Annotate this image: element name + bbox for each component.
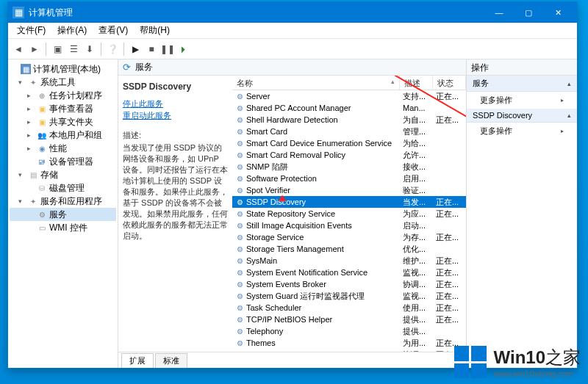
service-desc: 为应... — [400, 209, 433, 220]
service-name: TCP/IP NetBIOS Helper — [246, 315, 332, 324]
service-detail: SSDP Discovery 停止此服务 重启动此服务 描述: 当发现了使用 S… — [118, 76, 232, 352]
gear-icon: ⚙ — [235, 127, 244, 136]
label: 本地用户和组 — [49, 129, 102, 142]
service-name: System Event Notification Service — [246, 268, 368, 277]
maximize-button[interactable]: ▢ — [514, 2, 543, 23]
service-row[interactable]: ⚙SSDP Discovery当发...正在... — [232, 196, 466, 208]
tree-local-users[interactable]: ▸👥本地用户和组 — [10, 128, 116, 142]
service-name: SNMP 陷阱 — [246, 162, 288, 173]
minimize-button[interactable]: — — [484, 2, 514, 23]
stop-icon[interactable]: ■ — [144, 42, 159, 57]
col-name[interactable]: 名称 ▴ — [232, 76, 400, 90]
service-name: Spot Verifier — [246, 186, 290, 195]
tree-shared-folders[interactable]: ▸▣共享文件夹 — [10, 115, 116, 128]
restart-link[interactable]: 重启动此服务 — [123, 109, 228, 121]
menu-view[interactable]: 查看(V) — [93, 23, 134, 38]
export-icon[interactable]: ⬇ — [82, 42, 97, 57]
service-row[interactable]: ⚙Time Broker协调...正在... — [232, 349, 466, 352]
service-row[interactable]: ⚙Still Image Acquisition Events启动... — [232, 220, 466, 231]
menu-file[interactable]: 文件(F) — [11, 23, 51, 38]
tree-wmi[interactable]: ▭WMI 控件 — [10, 221, 116, 234]
service-row[interactable]: ⚙Smart Card Device Enumeration Service为给… — [232, 137, 466, 149]
service-name: System Events Broker — [246, 280, 326, 289]
actions-section-services[interactable]: 服务▴ — [467, 76, 577, 92]
view-tabs: 扩展 标准 — [118, 352, 466, 368]
service-row[interactable]: ⚙System Guard 运行时监视器代理监视...正在... — [232, 290, 466, 302]
gear-icon: ⚙ — [235, 209, 244, 218]
service-row[interactable]: ⚙Smart Card Removal Policy允许... — [232, 149, 466, 161]
titlebar: ▦ 计算机管理 — ▢ ✕ — [8, 2, 577, 23]
label: 系统工具 — [40, 76, 76, 89]
service-name: SysMain — [246, 256, 277, 265]
service-row[interactable]: ⚙Shared PC Account ManagerMan... — [232, 102, 466, 114]
service-name: Shell Hardware Detection — [246, 115, 338, 124]
wm-a: Win10 — [494, 347, 545, 367]
label: 磁盘管理 — [49, 182, 85, 195]
tree-performance[interactable]: ▸◉性能 — [10, 142, 116, 155]
forward-icon[interactable]: ► — [27, 42, 42, 57]
service-row[interactable]: ⚙Server支持...正在... — [232, 90, 466, 102]
services-list[interactable]: 名称 ▴ 描述 状态 ⚙Server支持...正在...⚙Shared PC A… — [232, 76, 466, 352]
service-row[interactable]: ⚙SysMain维护...正在... — [232, 255, 466, 267]
properties-icon[interactable]: ☰ — [66, 42, 81, 57]
service-desc: 使用... — [400, 303, 433, 314]
gear-icon: ⚙ — [235, 151, 244, 159]
separator — [101, 43, 101, 56]
close-button[interactable]: ✕ — [543, 2, 573, 23]
service-status: 正在... — [433, 256, 466, 267]
tree-pane[interactable]: ▦计算机管理(本地) ▾✦系统工具 ▸⊕任务计划程序 ▸▣事件查看器 ▸▣共享文… — [8, 59, 118, 368]
service-row[interactable]: ⚙SNMP 陷阱接收... — [232, 161, 466, 173]
help-icon[interactable]: ❔ — [105, 42, 120, 57]
tree-task-scheduler[interactable]: ▸⊕任务计划程序 — [10, 89, 116, 102]
gear-icon: ⚙ — [235, 233, 244, 242]
tree-services[interactable]: ⚙服务 — [10, 208, 116, 221]
play-icon[interactable]: ▶ — [128, 42, 143, 57]
back-icon[interactable]: ◄ — [11, 42, 26, 57]
menu-help[interactable]: 帮助(H) — [134, 23, 176, 38]
service-desc: 为自... — [400, 115, 433, 126]
service-row[interactable]: ⚙Software Protection启用... — [232, 173, 466, 184]
col-desc[interactable]: 描述 — [400, 76, 433, 90]
service-row[interactable]: ⚙Task Scheduler使用...正在... — [232, 302, 466, 314]
service-row[interactable]: ⚙Themes为用...正在... — [232, 337, 466, 349]
app-icon: ▦ — [12, 7, 24, 18]
up-icon[interactable]: ▣ — [50, 42, 65, 57]
service-row[interactable]: ⚙Smart Card管理... — [232, 126, 466, 137]
service-row[interactable]: ⚙Storage Service为存...正在... — [232, 231, 466, 243]
window-controls: — ▢ ✕ — [484, 2, 573, 23]
tree-disk-mgmt[interactable]: ⛁磁盘管理 — [10, 181, 116, 195]
tree-device-manager[interactable]: 🖳设备管理器 — [10, 155, 116, 168]
service-name: Still Image Acquisition Events — [246, 221, 352, 230]
service-row[interactable]: ⚙System Events Broker协调...正在... — [232, 278, 466, 290]
restart-icon[interactable]: ⏵ — [176, 42, 191, 57]
tree-system-tools[interactable]: ▾✦系统工具 — [10, 76, 116, 89]
stop-link[interactable]: 停止此服务 — [123, 98, 228, 109]
col-status[interactable]: 状态 — [433, 76, 466, 90]
service-row[interactable]: ⚙System Event Notification Service监视...正… — [232, 267, 466, 278]
tab-extended[interactable]: 扩展 — [121, 353, 154, 368]
service-row[interactable]: ⚙TCP/IP NetBIOS Helper提供...正在... — [232, 314, 466, 325]
service-status: 正在... — [433, 279, 466, 290]
service-name: Task Scheduler — [246, 303, 301, 312]
service-row[interactable]: ⚙Telephony提供... — [232, 325, 466, 337]
tree-services-apps[interactable]: ▾✦服务和应用程序 — [10, 195, 116, 208]
wm-url: www.win10xitong.com — [494, 369, 573, 378]
menu-action[interactable]: 操作(A) — [51, 23, 93, 38]
refresh-icon[interactable]: ⟳ — [123, 62, 131, 73]
separator — [123, 43, 124, 56]
actions-more-ssdp[interactable]: 更多操作▸ — [467, 123, 577, 140]
service-row[interactable]: ⚙Spot Verifier验证... — [232, 184, 466, 196]
gear-icon: ⚙ — [235, 327, 244, 336]
actions-more-services[interactable]: 更多操作▸ — [467, 92, 577, 109]
tree-storage[interactable]: ▾▤存储 — [10, 168, 116, 181]
actions-section-ssdp[interactable]: SSDP Discovery▴ — [467, 109, 577, 123]
service-row[interactable]: ⚙Shell Hardware Detection为自...正在... — [232, 114, 466, 126]
tab-standard[interactable]: 标准 — [155, 353, 187, 368]
service-row[interactable]: ⚙Storage Tiers Management优化... — [232, 243, 466, 255]
tree-root[interactable]: ▦计算机管理(本地) — [10, 62, 116, 76]
service-row[interactable]: ⚙State Repository Service为应...正在... — [232, 208, 466, 220]
service-desc: 监视... — [400, 267, 433, 278]
pause-icon[interactable]: ❚❚ — [160, 42, 175, 57]
tree-event-viewer[interactable]: ▸▣事件查看器 — [10, 102, 116, 115]
gear-icon: ⚙ — [235, 198, 244, 206]
